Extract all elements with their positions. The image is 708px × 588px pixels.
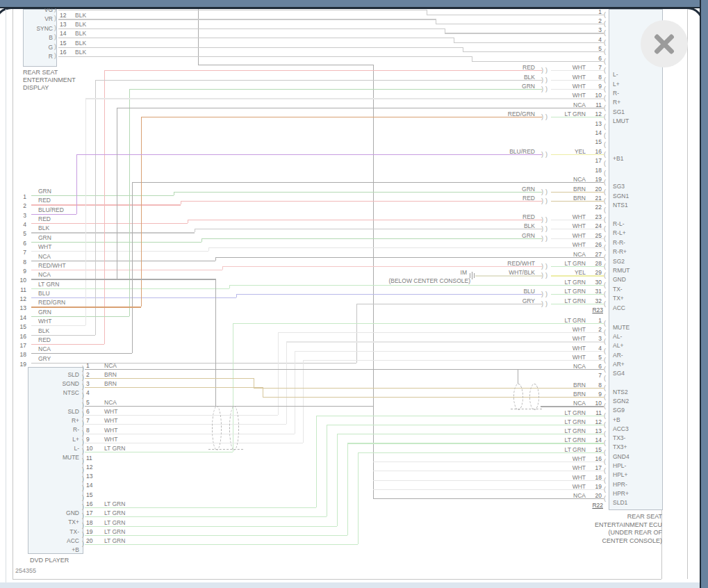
wire-color-label: WHT <box>38 318 51 325</box>
connector-arc: ( <box>604 320 606 327</box>
wire-segment <box>373 480 604 481</box>
display-signal-label: ACC <box>0 537 79 544</box>
wire-segment <box>472 56 472 61</box>
pin-signal-label: ACC3 <box>613 425 629 432</box>
pin-signal-label: R-L+ <box>613 229 626 236</box>
pin-number: 4 <box>86 389 90 396</box>
connector-arc: ( <box>604 12 606 18</box>
wire-color-label: RED/WHT <box>38 262 66 269</box>
wire-segment <box>286 341 604 342</box>
connector-arc: ) <box>82 384 84 390</box>
wiring-diagram: VG)VR)SYNC)B)G)R)12BLK13BLK14BLK15BLK16B… <box>0 0 708 588</box>
display-signal-label: SYNC <box>0 25 53 32</box>
wire-segment <box>85 369 518 370</box>
connector-arc: ( <box>604 366 606 373</box>
wire-segment <box>541 406 604 407</box>
im-ground-note: (BELOW CENTER CONSOLE) <box>366 277 470 284</box>
shield-ellipse <box>513 384 523 410</box>
connector-arc: ( <box>604 291 606 297</box>
wire-color-label: WHT <box>38 243 51 250</box>
connector-arc: ) <box>82 430 84 436</box>
wire-segment <box>551 229 604 229</box>
wire-color-label: BLK <box>431 222 535 229</box>
pin-signal-label: SG2 <box>613 258 625 265</box>
wire-color-label: LT GRN <box>481 279 586 286</box>
display-signal-label: MUTE <box>0 454 79 461</box>
wire-segment <box>31 307 141 307</box>
wire-color-label: BRN <box>104 371 117 378</box>
wire-segment <box>85 378 254 379</box>
connector-arc: ) <box>54 44 56 50</box>
pin-number: 13 <box>86 473 92 480</box>
pin-number: 19 <box>0 361 26 368</box>
wire-color-label: BLK <box>75 21 86 28</box>
wire-segment <box>58 38 454 38</box>
pin-number: 14 <box>86 482 92 489</box>
wire-segment <box>58 47 463 48</box>
connector-arc: ( <box>604 170 606 177</box>
pin-number: 10 <box>86 445 92 452</box>
connector-arc: ( <box>604 133 606 139</box>
display-signal-label: R+ <box>0 417 79 424</box>
connector-arc: ) <box>82 495 84 501</box>
connector-arc: ( <box>604 77 606 83</box>
close-button[interactable] <box>641 20 688 67</box>
wire-segment <box>85 415 278 416</box>
pin-signal-label: GND4 <box>613 453 629 460</box>
wire-segment <box>254 378 254 388</box>
wire-segment <box>551 220 604 220</box>
wire-color-label: RED <box>38 336 51 343</box>
wire-color-label: WHT <box>104 417 117 424</box>
connector-id: R22 <box>499 502 603 509</box>
wire-color-label: NCA <box>481 101 586 108</box>
wire-color-label: BLK <box>38 327 49 334</box>
wire-segment <box>85 98 86 325</box>
wire-segment <box>85 526 337 527</box>
pin-number: 22 <box>497 204 602 211</box>
pin-number: 14 <box>0 314 26 321</box>
pin-signal-label: +B1 <box>613 155 623 162</box>
wire-segment <box>58 28 445 29</box>
connector-arc: ( <box>604 338 606 345</box>
pin-number: 14 <box>60 30 66 37</box>
wire-segment <box>31 279 215 279</box>
pin-signal-label: HPR- <box>613 481 627 488</box>
connector-arc: ) <box>82 375 84 381</box>
wire-color-label: BLK <box>75 49 86 56</box>
wire-segment <box>551 70 604 71</box>
pin-signal-label: SLD1 <box>613 499 627 506</box>
wire-segment <box>551 80 604 81</box>
pin-number: 3 <box>86 380 90 387</box>
pin-signal-label: AL- <box>613 333 622 340</box>
pin-signal-label: R- <box>613 90 619 97</box>
pin-number: 11 <box>86 455 92 462</box>
connector-arc: ) <box>82 467 84 473</box>
wire-segment <box>31 353 132 354</box>
display-signal-label: L- <box>0 445 79 452</box>
wire-segment <box>31 214 76 215</box>
display-signal-label: R- <box>0 426 79 433</box>
wire-color-label: RED/GRN <box>431 111 535 117</box>
wire-color-label: WHT <box>104 436 117 443</box>
pin-signal-label: R+ <box>613 99 620 106</box>
pin-signal-label: HPL- <box>613 462 626 469</box>
wire-segment <box>436 19 436 24</box>
wire-segment <box>295 351 295 434</box>
connector-arc: ( <box>604 450 606 456</box>
display-signal-label: R <box>0 53 53 60</box>
wire-segment <box>31 344 104 345</box>
connector-arc: ( <box>604 217 606 223</box>
pin-number: 11 <box>0 286 26 293</box>
wire-segment <box>85 424 286 425</box>
wire-segment <box>254 388 604 389</box>
wire-segment <box>551 304 604 304</box>
pin-number: 6 <box>0 240 26 247</box>
connector-arc: ( <box>604 263 606 270</box>
display-signal-label: VR <box>0 15 53 22</box>
wire-segment <box>76 154 77 214</box>
connector-arc: ) <box>82 439 84 446</box>
pin-number: 3 <box>0 212 26 219</box>
pin-number: 6 <box>86 408 90 415</box>
wire-segment <box>373 471 604 471</box>
wire-segment <box>475 275 542 276</box>
